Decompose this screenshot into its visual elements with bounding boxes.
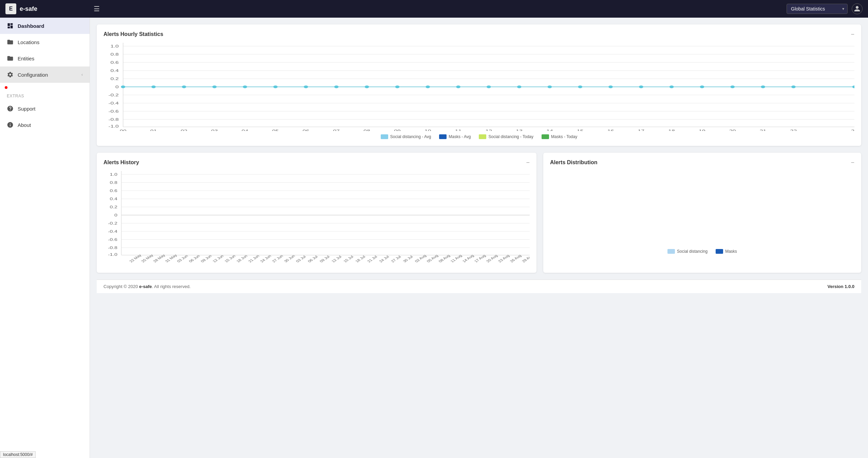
legend-label-sd: Social distancing (677, 249, 707, 254)
svg-text:02: 02 (181, 129, 188, 131)
svg-text:0.2: 0.2 (110, 77, 119, 81)
svg-point-29 (273, 85, 278, 88)
svg-text:-1.0: -1.0 (108, 252, 117, 256)
sidebar: Dashboard Locations Entities Configurati… (0, 18, 90, 458)
history-chart-title: Alerts History (103, 159, 139, 166)
sidebar-item-locations[interactable]: Locations (0, 34, 90, 50)
layout: Dashboard Locations Entities Configurati… (0, 18, 868, 458)
brand-logo: E (5, 3, 16, 14)
legend-color-masks-avg (439, 134, 447, 139)
stats-select-wrapper: Global Statistics Location 1 Location 2 … (787, 4, 848, 14)
svg-point-24 (121, 85, 125, 88)
history-minimize-button[interactable]: − (526, 159, 530, 166)
distribution-chart-area (550, 171, 854, 246)
sidebar-item-label: Dashboard (18, 23, 44, 29)
svg-text:05 Aug: 05 Aug (426, 254, 439, 263)
footer-version: Version 1.0.0 (828, 284, 855, 289)
svg-text:02 Aug: 02 Aug (414, 254, 427, 263)
svg-text:15: 15 (577, 129, 584, 131)
hourly-chart-legend: Social distancing - Avg Masks - Avg Soci… (103, 134, 854, 139)
svg-text:0.6: 0.6 (110, 60, 119, 64)
svg-text:21: 21 (760, 129, 767, 131)
svg-point-25 (151, 85, 156, 88)
legend-color-sd-avg (381, 134, 388, 139)
svg-text:0.2: 0.2 (110, 205, 117, 209)
svg-text:26 Aug: 26 Aug (509, 254, 522, 263)
navbar: E e-safe ☰ Global Statistics Location 1 … (0, 0, 868, 18)
legend-label-masks-today: Masks - Today (551, 134, 577, 139)
svg-text:18 Jun: 18 Jun (235, 254, 248, 263)
svg-text:29 Aug: 29 Aug (521, 254, 530, 263)
svg-text:04: 04 (242, 129, 248, 131)
svg-text:0.4: 0.4 (110, 69, 119, 73)
svg-point-39 (578, 85, 582, 88)
menu-toggle-button[interactable]: ☰ (94, 5, 100, 13)
svg-point-30 (304, 85, 308, 88)
sidebar-item-label: Support (18, 106, 36, 112)
svg-text:0: 0 (115, 85, 119, 89)
sidebar-item-entities[interactable]: Entities (0, 50, 90, 66)
svg-text:06: 06 (303, 129, 309, 131)
history-chart-container: 1.0 0.8 0.6 0.4 0.2 0 -0.2 -0.4 -0.6 -0.… (103, 171, 530, 266)
global-stats-select[interactable]: Global Statistics Location 1 Location 2 (787, 4, 848, 14)
history-chart-card: Alerts History − 1.0 0.8 0.6 0.4 0.2 0 -… (97, 153, 536, 273)
svg-text:22 May: 22 May (129, 253, 143, 263)
svg-text:09: 09 (394, 129, 401, 131)
svg-point-47 (852, 85, 854, 88)
svg-text:06 Jul: 06 Jul (307, 255, 319, 263)
sidebar-item-label: Locations (18, 39, 39, 45)
svg-text:28 May: 28 May (152, 253, 166, 263)
footer-brand-link[interactable]: e-safe (139, 284, 152, 289)
svg-text:-0.8: -0.8 (108, 246, 117, 250)
svg-text:0.8: 0.8 (110, 52, 119, 56)
svg-point-36 (487, 85, 491, 88)
svg-point-26 (182, 85, 186, 88)
svg-point-34 (426, 85, 430, 88)
sidebar-item-dashboard[interactable]: Dashboard (0, 18, 90, 34)
svg-text:-0.4: -0.4 (108, 229, 117, 233)
svg-point-42 (669, 85, 674, 88)
svg-point-31 (334, 85, 339, 88)
svg-text:-0.2: -0.2 (109, 93, 119, 97)
user-icon[interactable] (852, 3, 863, 14)
footer-copyright: Copyright © 2020 e-safe. All rights rese… (103, 284, 191, 289)
svg-text:06 Jun: 06 Jun (188, 254, 201, 263)
hourly-minimize-button[interactable]: − (851, 31, 854, 37)
svg-text:14 Aug: 14 Aug (461, 254, 475, 263)
svg-text:0.6: 0.6 (110, 189, 118, 193)
hourly-chart-svg: 1.0 0.8 0.6 0.4 0.2 0 -0.2 -0.4 -0.6 -0.… (103, 43, 854, 131)
distribution-chart-card: Alerts Distribution − Social distancing … (543, 153, 861, 273)
history-chart-svg: 1.0 0.8 0.6 0.4 0.2 0 -0.2 -0.4 -0.6 -0.… (103, 171, 530, 266)
distribution-minimize-button[interactable]: − (851, 159, 854, 166)
legend-item-masks-today: Masks - Today (542, 134, 577, 139)
svg-point-35 (456, 85, 460, 88)
svg-point-43 (700, 85, 704, 88)
svg-text:18 Jul: 18 Jul (354, 255, 366, 263)
svg-text:03: 03 (211, 129, 218, 131)
sidebar-item-support[interactable]: Support (0, 100, 90, 117)
svg-text:00: 00 (120, 129, 127, 131)
svg-text:17 Aug: 17 Aug (473, 254, 487, 263)
sidebar-item-configuration[interactable]: Configuration ‹ (0, 66, 90, 83)
dashboard-icon (7, 22, 14, 29)
support-icon (7, 105, 14, 112)
svg-text:-0.2: -0.2 (108, 221, 117, 225)
svg-point-46 (791, 85, 796, 88)
hourly-chart-header: Alerts Hourly Statistics − (103, 31, 854, 37)
brand: E e-safe (5, 3, 94, 14)
svg-text:-1.0: -1.0 (109, 124, 119, 128)
svg-point-45 (761, 85, 765, 88)
info-icon (7, 121, 14, 128)
distribution-chart-title: Alerts Distribution (550, 159, 598, 166)
sidebar-item-about[interactable]: About (0, 117, 90, 133)
legend-item-sd: Social distancing (667, 249, 707, 254)
svg-text:25 May: 25 May (140, 253, 154, 263)
svg-text:05: 05 (272, 129, 279, 131)
legend-label-sd-today: Social distancing - Today (488, 134, 533, 139)
chevron-left-icon: ‹ (81, 72, 83, 77)
svg-text:12: 12 (486, 129, 492, 131)
svg-text:20: 20 (729, 129, 736, 131)
svg-text:21 Jul: 21 Jul (366, 255, 378, 263)
svg-text:19: 19 (699, 129, 705, 131)
svg-text:24 Jul: 24 Jul (378, 255, 390, 263)
